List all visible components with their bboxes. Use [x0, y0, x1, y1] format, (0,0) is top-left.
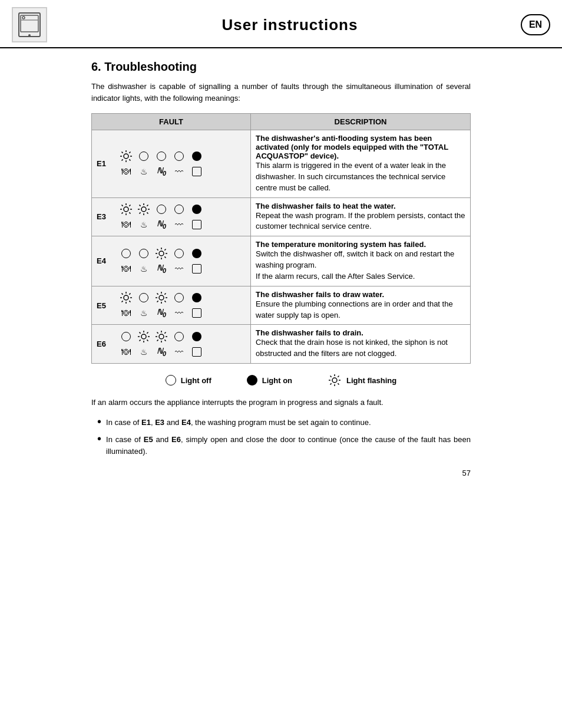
waves-icon: 〰 [175, 264, 183, 274]
svg-line-46 [122, 294, 123, 295]
svg-line-37 [157, 249, 158, 250]
section-title: 6. Troubleshooting [91, 60, 471, 74]
legend-sun-flash-icon [328, 373, 342, 387]
dishwasher-icon: 🍽 [121, 347, 131, 357]
circle-empty-icon [157, 151, 166, 161]
svg-line-56 [164, 301, 166, 302]
dishwasher-icon: 🍽 [121, 219, 131, 230]
e3-icons: 🍽 ♨ ℕ0 〰 [118, 202, 205, 232]
svg-point-14 [124, 207, 128, 212]
svg-line-74 [164, 340, 166, 341]
e1-icons: 🍽 ♨ ℕ0 〰 [118, 149, 205, 179]
circle-empty-icon [139, 151, 148, 161]
svg-line-39 [164, 249, 166, 250]
desc-text-e3: Repeat the wash program. If the problem … [256, 211, 465, 231]
legend-light-off: Light off [166, 375, 211, 386]
svg-line-30 [147, 205, 148, 206]
svg-line-82 [330, 376, 332, 377]
circle-empty-icon [139, 293, 148, 302]
sun-flash-icon [119, 202, 133, 216]
table-row: E5 🍽 ♨ [92, 286, 471, 325]
sun-flash-icon [154, 291, 168, 305]
svg-line-57 [164, 294, 166, 295]
svg-line-64 [140, 332, 141, 333]
legend-off-label: Light off [181, 376, 211, 385]
desc-bold-e6: The dishwasher fails to drain. [256, 328, 363, 337]
svg-point-77 [332, 378, 337, 383]
waves-icon: 〰 [175, 167, 183, 176]
circle-empty-icon [139, 249, 148, 258]
bullet-list: • In case of E1, E3 and E4, the washing … [91, 417, 471, 457]
prog-icon: ℕ0 [157, 219, 166, 230]
sun-flash-icon [119, 291, 133, 305]
svg-rect-0 [19, 13, 40, 37]
table-header-fault: FAULT [92, 114, 251, 130]
page-title: User instructions [59, 16, 521, 34]
waves-icon: 〰 [175, 220, 183, 229]
circle-filled-icon [192, 205, 201, 214]
fork-icon: ♨ [140, 264, 148, 274]
sun-flash-icon [119, 149, 133, 163]
svg-line-66 [147, 332, 148, 333]
svg-line-40 [157, 256, 158, 258]
svg-line-65 [147, 340, 148, 341]
svg-point-23 [141, 207, 146, 212]
sun-flash-icon [154, 246, 168, 261]
circle-empty-icon [174, 151, 184, 161]
bullet-text-1: In case of E1, E3 and E4, the washing pr… [106, 417, 371, 429]
door-icon [192, 264, 201, 274]
svg-line-12 [129, 151, 130, 153]
e6-icons: 🍽 ♨ ℕ0 〰 [118, 330, 205, 359]
door-icon [192, 167, 201, 176]
svg-point-68 [159, 334, 164, 339]
desc-bold-e3: The dishwasher fails to heat the water. [256, 202, 396, 210]
logo-icon [15, 11, 44, 39]
fork-icon: ♨ [140, 167, 148, 176]
svg-line-47 [129, 301, 130, 302]
page-header: User instructions EN [0, 0, 562, 48]
desc-bold-e4: The temperature monitoring system has fa… [256, 240, 426, 249]
svg-line-84 [338, 376, 339, 377]
svg-line-73 [157, 332, 158, 333]
circle-empty-icon [174, 293, 184, 302]
table-row: E6 🍽 ♨ [92, 325, 471, 364]
prog-icon: ℕ0 [157, 308, 166, 318]
desc-cell-e5: The dishwasher fails to draw water. Ensu… [251, 286, 471, 325]
svg-line-38 [164, 256, 166, 258]
desc-cell-e4: The temperature monitoring system has fa… [251, 236, 471, 286]
fault-cell-e3: E3 🍽 ♨ [92, 197, 251, 236]
svg-line-49 [122, 301, 123, 302]
svg-point-5 [124, 154, 128, 159]
e5-icons: 🍽 ♨ ℕ0 〰 [118, 291, 205, 320]
page-number: 57 [91, 469, 471, 477]
prog-icon: ℕ0 [157, 166, 166, 177]
desc-cell-e3: The dishwasher fails to heat the water. … [251, 197, 471, 236]
circle-empty-icon [174, 205, 184, 214]
intro-paragraph: The dishwasher is capable of signalling … [91, 81, 471, 104]
legend-light-flashing: Light flashing [328, 373, 396, 387]
sun-flash-icon [137, 202, 151, 216]
fault-cell-e1: E1 🍽 ♨ [92, 130, 251, 198]
svg-point-59 [141, 334, 146, 339]
legend-circle-filled-icon [247, 375, 257, 386]
circle-empty-icon [174, 249, 184, 258]
svg-line-19 [122, 205, 123, 206]
svg-point-4 [22, 17, 25, 19]
svg-point-2 [28, 34, 31, 37]
table-row: E1 🍽 ♨ [92, 130, 471, 198]
fault-cell-e6: E6 🍽 ♨ [92, 325, 251, 364]
table-row: E3 🍽 ♨ [92, 197, 471, 236]
svg-line-21 [129, 205, 130, 206]
circle-filled-icon [192, 151, 201, 161]
desc-cell-e1: The dishwasher's anti-flooding system ha… [251, 130, 471, 198]
circle-empty-icon [121, 249, 131, 258]
circle-empty-icon [121, 332, 131, 341]
svg-line-67 [140, 340, 141, 341]
dishwasher-icon: 🍽 [121, 166, 131, 177]
door-icon [192, 308, 201, 318]
fault-cell-e5: E5 🍽 ♨ [92, 286, 251, 325]
desc-text-e4: Switch the dishwasher off, switch it bac… [256, 249, 454, 281]
door-icon [192, 347, 201, 357]
circle-filled-icon [192, 293, 201, 302]
fault-table: FAULT DESCRIPTION E1 [91, 113, 471, 364]
